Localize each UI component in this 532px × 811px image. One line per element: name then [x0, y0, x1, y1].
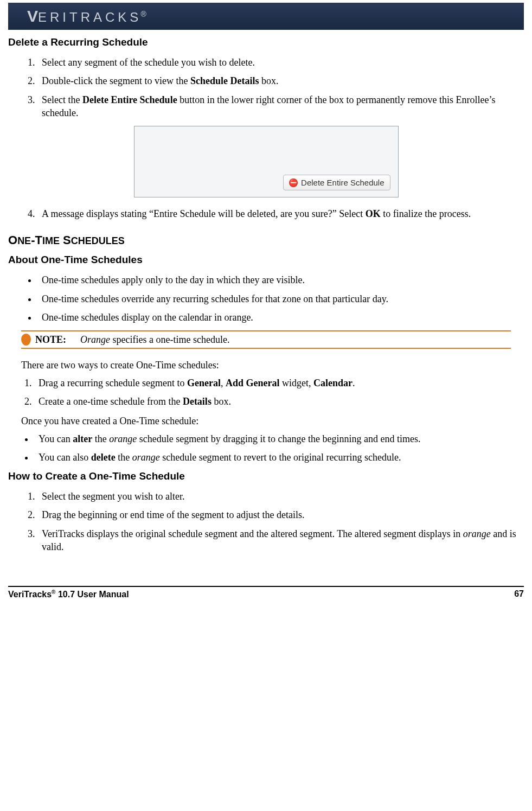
- footer-page-number: 67: [514, 589, 524, 599]
- delete-button-label: Delete Entire Schedule: [301, 178, 384, 187]
- list-item: VeriTracks displays the original schedul…: [37, 527, 524, 554]
- after-bullets: You can alter the orange schedule segmen…: [21, 432, 524, 464]
- subsection-about-title: About One-Time Schedules: [8, 254, 524, 266]
- footer-left: VeriTracks® 10.7 User Manual: [8, 589, 129, 599]
- brand-header: VERITRACKS®: [8, 3, 524, 30]
- brand-logo-reg: ®: [140, 10, 149, 18]
- page-footer: VeriTracks® 10.7 User Manual 67: [8, 586, 524, 599]
- ways-intro: There are two ways to create One-Time sc…: [21, 359, 524, 372]
- list-item: Select the Delete Entire Schedule button…: [37, 93, 524, 120]
- brand-logo-rest: ERITRACKS: [38, 10, 142, 24]
- brand-logo-initial: V: [27, 7, 38, 25]
- brand-logo: VERITRACKS®: [27, 7, 150, 25]
- list-item: Drag the beginning or end time of the se…: [37, 508, 524, 521]
- delete-entire-schedule-button[interactable]: ⛔ Delete Entire Schedule: [283, 175, 390, 190]
- screenshot-delete-schedule: ⛔ Delete Entire Schedule: [134, 126, 399, 197]
- section-title-delete: Delete a Recurring Schedule: [8, 36, 524, 48]
- subsection-howto-title: How to Create a One-Time Schedule: [8, 470, 524, 482]
- list-item: You can alter the orange schedule segmen…: [34, 432, 524, 445]
- howto-steps: Select the segment you wish to alter.Dra…: [24, 490, 524, 553]
- list-item: Select the segment you wish to alter.: [37, 490, 524, 503]
- list-item: Double-click the segment to view the Sch…: [37, 74, 524, 87]
- list-item: You can also delete the orange schedule …: [34, 451, 524, 464]
- ways-list: Drag a recurring schedule segment to Gen…: [21, 376, 524, 408]
- delete-steps-list-b: A message displays stating “Entire Sched…: [24, 207, 524, 220]
- list-item: One-time schedules override any recurrin…: [37, 292, 524, 305]
- note-text: Orange specifies a one-time schedule.: [80, 334, 229, 346]
- list-item: Create a one-time schedule from the Deta…: [34, 395, 524, 408]
- note-callout: NOTE: Orange specifies a one-time schedu…: [21, 330, 511, 349]
- section-heading-one-time: ONE-TIME SCHEDULES: [8, 233, 524, 247]
- delete-icon: ⛔: [289, 178, 298, 187]
- note-label: NOTE:: [35, 334, 66, 346]
- list-item: A message displays stating “Entire Sched…: [37, 207, 524, 220]
- delete-steps-list-a: Select any segment of the schedule you w…: [24, 56, 524, 119]
- list-item: One-time schedules apply only to the day…: [37, 273, 524, 286]
- list-item: One-time schedules display on the calend…: [37, 311, 524, 324]
- after-intro: Once you have created a One-Time schedul…: [21, 414, 524, 427]
- list-item: Select any segment of the schedule you w…: [37, 56, 524, 69]
- note-badge-icon: [21, 334, 31, 346]
- list-item: Drag a recurring schedule segment to Gen…: [34, 376, 524, 389]
- screenshot-panel: ⛔ Delete Entire Schedule: [134, 126, 399, 197]
- about-bullets: One-time schedules apply only to the day…: [24, 273, 524, 324]
